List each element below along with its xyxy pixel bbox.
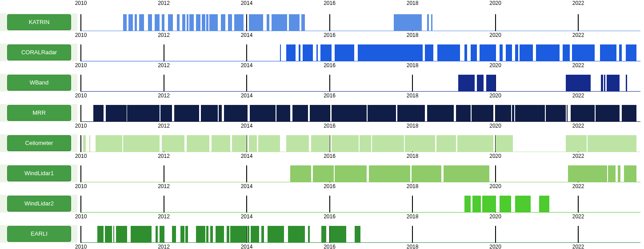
data-segment: [303, 44, 313, 61]
data-segment: [187, 135, 209, 152]
data-segment: [290, 165, 311, 182]
data-segment: [187, 14, 189, 31]
data-segment: [267, 14, 270, 31]
data-segment: [177, 14, 180, 31]
plot: [81, 196, 640, 212]
data-segment: [189, 14, 193, 31]
data-segment: [397, 105, 425, 121]
button-well: KATRIN: [0, 13, 77, 31]
data-segment: [251, 226, 259, 242]
timeline-wband[interactable]: 2010201220142016201820202022: [81, 68, 640, 98]
data-segment: [477, 75, 484, 91]
timeline-mrr[interactable]: 2010201220142016201820202022: [81, 98, 640, 128]
data-segment: [515, 196, 531, 212]
data-segment: [196, 14, 200, 31]
data-segment: [209, 14, 218, 31]
instrument-row-windlidar1: WindLidar12010201220142016201820202022: [0, 158, 644, 189]
data-segment: [471, 44, 477, 61]
plot: [81, 14, 640, 31]
year-tick-label: 2012: [158, 244, 170, 249]
axis-tick-label: 2012: [158, 0, 170, 6]
windlidar1-button[interactable]: WindLidar1: [7, 165, 71, 181]
axis-tick-label: 2022: [572, 0, 584, 6]
axis-tick-label: 2010: [75, 0, 87, 6]
data-segment: [320, 44, 332, 61]
data-segment: [360, 135, 371, 152]
data-segment: [436, 135, 456, 152]
data-segment: [500, 44, 503, 61]
wband-button[interactable]: WBand: [7, 75, 71, 91]
data-segment: [604, 75, 605, 91]
data-segment: [369, 165, 410, 182]
data-segment: [249, 14, 264, 31]
button-well: MRR: [0, 104, 77, 122]
data-segment: [607, 75, 620, 91]
timeline-windlidar2[interactable]: 2010201220142016201820202022: [81, 189, 640, 219]
instrument-row-coralradar: CORALRadar2010201220142016201820202022: [0, 37, 644, 68]
year-tick-label: 2018: [407, 244, 419, 249]
data-segment: [515, 44, 518, 61]
data-segment: [601, 75, 603, 91]
data-segment: [472, 196, 481, 212]
baseline: [81, 31, 640, 31]
data-segment: [515, 105, 545, 121]
ceilometer-button[interactable]: Ceilometer: [7, 135, 71, 151]
data-segment: [155, 14, 160, 31]
data-segment: [313, 165, 334, 182]
data-segment: [93, 105, 104, 121]
data-segment: [372, 135, 404, 152]
data-segment: [123, 135, 160, 152]
timeline-coralradar[interactable]: 2010201220142016201820202022: [81, 37, 640, 68]
data-segment: [227, 226, 229, 242]
data-segment: [292, 105, 308, 121]
baseline: [81, 182, 640, 182]
data-segment: [431, 14, 432, 31]
data-segment: [148, 14, 152, 31]
data-segment: [412, 165, 441, 182]
data-segment: [123, 14, 126, 31]
timeline-katrin[interactable]: 2010201220142016201820202022: [81, 7, 640, 37]
data-segment: [457, 135, 493, 152]
year-tick-label: 2014: [241, 244, 253, 249]
axis-tick-label: 2016: [324, 0, 336, 6]
top-axis: 2010201220142016201820202022: [0, 0, 644, 7]
year-tick-label: 2022: [572, 244, 584, 249]
data-segment: [308, 226, 310, 242]
timeline-earli[interactable]: 2010201220142016201820202022: [81, 219, 640, 249]
data-segment: [536, 44, 560, 61]
earli-button[interactable]: EARLI: [7, 226, 71, 242]
data-segment: [405, 135, 435, 152]
timeline-ceilometer[interactable]: 2010201220142016201820202022: [81, 128, 640, 158]
data-segment: [180, 226, 184, 242]
data-segment: [268, 226, 284, 242]
button-well: WindLidar2: [0, 195, 77, 213]
baseline: [81, 121, 640, 122]
data-segment: [321, 226, 326, 242]
data-segment: [437, 44, 460, 61]
data-segment: [482, 196, 496, 212]
timeline-windlidar1[interactable]: 2010201220142016201820202022: [81, 158, 640, 189]
data-segment: [250, 105, 276, 121]
data-segment: [276, 105, 290, 121]
data-segment: [444, 165, 489, 182]
data-segment: [106, 105, 127, 121]
plot: [81, 105, 640, 121]
baseline: [81, 212, 640, 213]
windlidar2-button[interactable]: WindLidar2: [7, 196, 71, 212]
data-segment: [500, 196, 511, 212]
coralradar-button[interactable]: CORALRadar: [7, 44, 71, 60]
data-segment: [139, 14, 144, 31]
data-segment: [496, 105, 511, 121]
data-segment: [486, 75, 496, 91]
data-segment: [289, 14, 300, 31]
data-segment: [355, 226, 361, 242]
data-segment: [368, 105, 396, 121]
data-segment: [572, 44, 595, 61]
instrument-row-earli: EARLI2010201220142016201820202022: [0, 219, 644, 249]
data-segment: [427, 105, 454, 121]
data-segment: [427, 14, 429, 31]
mrr-button[interactable]: MRR: [7, 105, 71, 121]
katrin-button[interactable]: KATRIN: [7, 14, 71, 30]
data-segment: [571, 105, 595, 121]
data-segment: [566, 75, 591, 91]
